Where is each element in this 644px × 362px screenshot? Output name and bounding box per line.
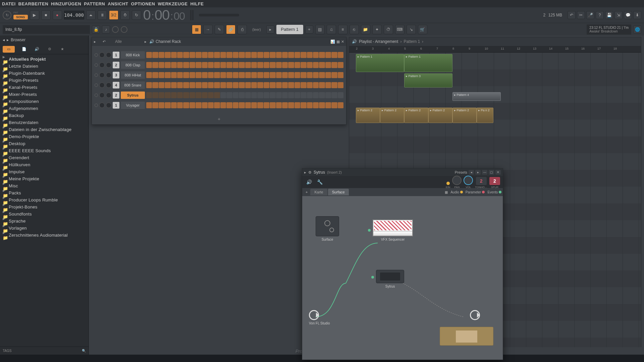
channel-name[interactable]: 808 Snare <box>121 81 145 89</box>
step-cell[interactable] <box>226 92 232 98</box>
plugin-pan-knob[interactable] <box>452 176 462 185</box>
step-cell[interactable] <box>202 72 208 78</box>
step-cell[interactable] <box>159 92 164 98</box>
plugin-enable-led[interactable] <box>446 182 450 185</box>
step-cell[interactable] <box>233 72 238 78</box>
playlist-clip[interactable]: ▸ Pa n 2 <box>477 108 493 123</box>
step-cell[interactable] <box>171 72 177 78</box>
step-cell[interactable] <box>196 52 201 58</box>
menu-datei[interactable]: DATEI <box>2 1 16 6</box>
step-cell[interactable] <box>190 52 195 58</box>
plugin-patcher-canvas[interactable]: Surface VFX Sequencer Sytrus Von F <box>302 196 503 360</box>
step-cell[interactable] <box>257 72 263 78</box>
plugin-window[interactable]: ▸ ⚙ Sytrus (Insert 2) Presets ◂ ▸ — ▢ ✕ … <box>302 168 503 360</box>
step-cell[interactable] <box>171 92 177 98</box>
channel-mixer-num[interactable]: 3 <box>113 72 119 78</box>
link-icon[interactable]: 🔗 <box>226 25 235 34</box>
channel-mixer-num[interactable]: 2 <box>113 62 119 68</box>
step-cell[interactable] <box>313 72 319 78</box>
play-button[interactable]: ▶ <box>30 10 39 20</box>
step-cell[interactable] <box>270 52 275 58</box>
step-cell[interactable] <box>190 102 195 108</box>
step-cell[interactable] <box>264 82 269 88</box>
menu-bearbeiten[interactable]: BEARBEITEN <box>18 1 49 6</box>
step-cell[interactable] <box>294 82 300 88</box>
step-cell[interactable] <box>257 92 263 98</box>
step-cell[interactable] <box>325 82 331 88</box>
plugin-maximize[interactable]: ▢ <box>489 170 494 175</box>
step-cell[interactable] <box>301 52 306 58</box>
step-cell[interactable] <box>177 62 183 68</box>
channel-mute[interactable] <box>95 63 98 67</box>
channel-vol-knob[interactable] <box>106 82 111 88</box>
step-cell[interactable] <box>319 52 325 58</box>
lock-icon[interactable]: 🔒 <box>92 25 100 34</box>
channel-pan-knob[interactable] <box>99 52 105 58</box>
step-cell[interactable] <box>208 82 214 88</box>
step-cell[interactable] <box>307 62 313 68</box>
patcher-node-surface[interactable]: Surface <box>316 216 339 241</box>
tempo-display[interactable]: 104.000 <box>64 11 84 19</box>
browser-tab-settings-icon[interactable]: ⚙ <box>46 46 53 53</box>
mode-song-button[interactable]: SONG <box>13 15 28 19</box>
step-cell[interactable] <box>226 72 232 78</box>
step-cell[interactable] <box>276 82 282 88</box>
step-cell[interactable] <box>307 82 313 88</box>
tree-item[interactable]: ▸📁Aufgenommen <box>0 105 89 112</box>
tree-item[interactable]: ▸📁Letzte Dateien <box>0 63 89 70</box>
master-volume-slider[interactable] <box>199 14 239 16</box>
step-cell[interactable] <box>264 92 269 98</box>
step-cell[interactable] <box>202 92 208 98</box>
step-cell[interactable] <box>313 92 319 98</box>
stop-button[interactable]: ■ <box>41 10 51 20</box>
step-cell[interactable] <box>226 62 232 68</box>
draw-tool-icon[interactable]: ✎ <box>215 25 224 34</box>
tree-item[interactable]: ▸📁Mixer-Presets <box>0 91 89 98</box>
step-cell[interactable] <box>183 52 189 58</box>
pattern-selector[interactable]: Pattern 1 <box>276 25 303 34</box>
playlist-clip[interactable]: ▸ Pattern 2 <box>380 108 404 123</box>
browser-tab-files-icon[interactable]: 📄 <box>21 46 28 53</box>
step-cell[interactable] <box>239 82 245 88</box>
plugin-opt-events[interactable]: Events <box>487 190 498 194</box>
chrack-graph-icon[interactable]: 📊 <box>330 40 335 44</box>
chrack-grid-icon[interactable]: ▦ <box>336 40 340 44</box>
step-cell[interactable] <box>264 102 269 108</box>
channel-mixer-num[interactable]: 1 <box>113 102 119 109</box>
step-cell[interactable] <box>190 82 195 88</box>
step-cell[interactable] <box>313 62 319 68</box>
browser-tree[interactable]: ▸📁Aktuelles Projekt▸📁Letzte Dateien▸📁Plu… <box>0 54 89 347</box>
step-cell[interactable] <box>319 62 325 68</box>
step-cell[interactable] <box>319 72 325 78</box>
step-cell[interactable] <box>220 52 226 58</box>
step-cell[interactable] <box>264 62 269 68</box>
step-cell[interactable] <box>282 102 288 108</box>
step-cell[interactable] <box>177 82 183 88</box>
playlist-clip[interactable]: ▸ Pattern 2 <box>428 108 452 123</box>
step-cell[interactable] <box>294 92 300 98</box>
step-cell[interactable] <box>325 62 331 68</box>
tree-item[interactable]: ▸📁EEEE EEEE Sounds <box>0 147 89 154</box>
browser-search-icon[interactable]: 🔍 <box>82 349 86 353</box>
step-cell[interactable] <box>251 62 257 68</box>
download-icon[interactable]: ⬇ <box>633 11 641 19</box>
step-cell[interactable] <box>183 92 189 98</box>
step-cell[interactable] <box>338 62 343 68</box>
step-cell[interactable] <box>146 72 152 78</box>
step-cell[interactable] <box>288 102 294 108</box>
step-cell[interactable] <box>159 82 164 88</box>
step-cell[interactable] <box>165 82 170 88</box>
browser-tab-audio-icon[interactable]: 🔊 <box>34 46 40 53</box>
step-cell[interactable] <box>239 92 245 98</box>
step-cell[interactable] <box>214 92 220 98</box>
step-cell[interactable] <box>183 82 189 88</box>
step-cell[interactable] <box>146 82 152 88</box>
menu-hinzufuegen[interactable]: HINZUFÜGEN <box>51 1 81 6</box>
channel-mute[interactable] <box>95 104 98 107</box>
channel-row[interactable]: 2808 Clap <box>95 61 343 69</box>
step-cell[interactable] <box>196 102 201 108</box>
playlist-clip[interactable]: ▸ Pattern 1 <box>356 54 404 72</box>
menu-optionen[interactable]: OPTIONEN <box>131 1 155 6</box>
touch-kbd-icon[interactable]: ⌨ <box>395 25 405 34</box>
channel-mute[interactable] <box>95 94 98 97</box>
